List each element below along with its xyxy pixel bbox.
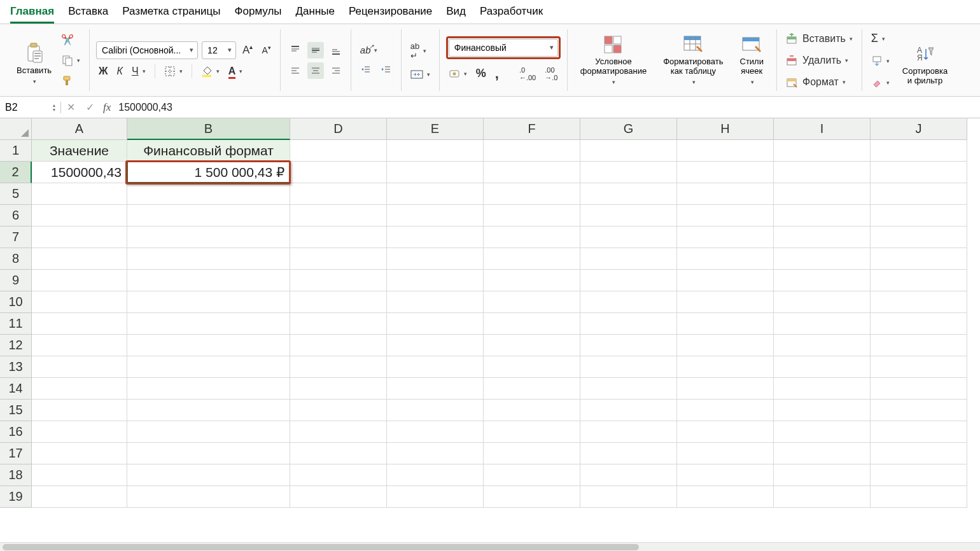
cell-I10[interactable] (774, 291, 871, 313)
conditional-formatting-button[interactable]: Условное форматирование▾ (577, 32, 650, 88)
cell-G18[interactable] (580, 464, 677, 486)
cell-I6[interactable] (774, 205, 871, 227)
align-left-button[interactable] (287, 62, 304, 79)
cell-F14[interactable] (484, 378, 580, 400)
cell-G1[interactable] (580, 140, 677, 162)
horizontal-scrollbar[interactable] (0, 542, 980, 551)
cell-A17[interactable] (32, 443, 127, 464)
insert-cells-button[interactable]: Вставить▾ (783, 31, 855, 47)
cell-H12[interactable] (677, 335, 774, 356)
row-header-6[interactable]: 6 (0, 205, 32, 227)
cell-D14[interactable] (290, 378, 387, 400)
format-cells-button[interactable]: Формат▾ (783, 74, 855, 90)
cell-F17[interactable] (484, 443, 580, 464)
cell-J17[interactable] (871, 443, 967, 464)
cell-G2[interactable] (580, 162, 677, 183)
column-header-G[interactable]: G (580, 118, 677, 140)
cut-button[interactable]: ✂️ (59, 32, 83, 48)
name-box[interactable]: B2 ▴▾ (0, 102, 61, 113)
cell-I15[interactable] (774, 400, 871, 421)
cell-G6[interactable] (580, 205, 677, 227)
tab-разметка страницы[interactable]: Разметка страницы (122, 5, 220, 24)
cell-I18[interactable] (774, 464, 871, 486)
percent-button[interactable]: % (473, 64, 489, 83)
italic-button[interactable]: К (115, 63, 125, 80)
cell-G5[interactable] (580, 183, 677, 205)
fill-color-button[interactable]: ▾ (199, 63, 222, 80)
cell-D10[interactable] (290, 291, 387, 313)
cell-I14[interactable] (774, 378, 871, 400)
cell-J7[interactable] (871, 227, 967, 248)
cell-A18[interactable] (32, 464, 127, 486)
format-painter-button[interactable] (59, 73, 83, 89)
cell-G7[interactable] (580, 227, 677, 248)
row-header-16[interactable]: 16 (0, 421, 32, 443)
cell-H10[interactable] (677, 291, 774, 313)
cell-D16[interactable] (290, 421, 387, 443)
cell-I1[interactable] (774, 140, 871, 162)
cell-J14[interactable] (871, 378, 967, 400)
row-header-10[interactable]: 10 (0, 291, 32, 313)
font-size-select[interactable]: 12 (202, 41, 236, 59)
cell-F11[interactable] (484, 313, 580, 335)
underline-button[interactable]: Ч▾ (129, 63, 148, 80)
row-header-19[interactable]: 19 (0, 486, 32, 508)
cell-I19[interactable] (774, 486, 871, 508)
cell-B7[interactable] (127, 227, 290, 248)
cell-I16[interactable] (774, 421, 871, 443)
tab-данные[interactable]: Данные (296, 5, 335, 24)
cell-A13[interactable] (32, 356, 127, 378)
column-header-D[interactable]: D (290, 118, 387, 140)
cell-A8[interactable] (32, 248, 127, 270)
increase-indent-button[interactable] (378, 62, 395, 78)
column-header-J[interactable]: J (871, 118, 967, 140)
cell-E5[interactable] (387, 183, 484, 205)
cell-H1[interactable] (677, 140, 774, 162)
merge-button[interactable]: ▾ (408, 67, 433, 82)
cell-I7[interactable] (774, 227, 871, 248)
tab-разработчик[interactable]: Разработчик (480, 5, 543, 24)
row-header-5[interactable]: 5 (0, 183, 32, 205)
cell-E18[interactable] (387, 464, 484, 486)
column-header-B[interactable]: B (127, 118, 290, 140)
row-header-12[interactable]: 12 (0, 335, 32, 356)
column-header-E[interactable]: E (387, 118, 484, 140)
cell-H11[interactable] (677, 313, 774, 335)
namebox-spinner-icon[interactable]: ▴▾ (53, 103, 55, 112)
cell-D11[interactable] (290, 313, 387, 335)
cell-E7[interactable] (387, 227, 484, 248)
formula-input[interactable]: 1500000,43 (115, 102, 980, 113)
cell-B5[interactable] (127, 183, 290, 205)
column-header-I[interactable]: I (774, 118, 871, 140)
cell-J6[interactable] (871, 205, 967, 227)
cell-F6[interactable] (484, 205, 580, 227)
cell-E11[interactable] (387, 313, 484, 335)
cell-G11[interactable] (580, 313, 677, 335)
cell-B10[interactable] (127, 291, 290, 313)
cell-E9[interactable] (387, 270, 484, 291)
cell-styles-button[interactable]: Стили ячеек▾ (736, 32, 767, 88)
cell-F1[interactable] (484, 140, 580, 162)
cell-G14[interactable] (580, 378, 677, 400)
cell-E15[interactable] (387, 400, 484, 421)
cell-J15[interactable] (871, 400, 967, 421)
cell-I13[interactable] (774, 356, 871, 378)
cell-I9[interactable] (774, 270, 871, 291)
align-middle-button[interactable] (307, 42, 324, 59)
cell-A9[interactable] (32, 270, 127, 291)
cell-D8[interactable] (290, 248, 387, 270)
tab-формулы[interactable]: Формулы (235, 5, 282, 24)
cell-D18[interactable] (290, 464, 387, 486)
cell-F15[interactable] (484, 400, 580, 421)
cell-H2[interactable] (677, 162, 774, 183)
cell-J12[interactable] (871, 335, 967, 356)
cell-H13[interactable] (677, 356, 774, 378)
cell-D9[interactable] (290, 270, 387, 291)
cell-H19[interactable] (677, 486, 774, 508)
cell-B8[interactable] (127, 248, 290, 270)
column-header-F[interactable]: F (484, 118, 580, 140)
cell-H14[interactable] (677, 378, 774, 400)
font-name-select[interactable]: Calibri (Основной... (96, 41, 198, 59)
cell-G12[interactable] (580, 335, 677, 356)
cell-F5[interactable] (484, 183, 580, 205)
